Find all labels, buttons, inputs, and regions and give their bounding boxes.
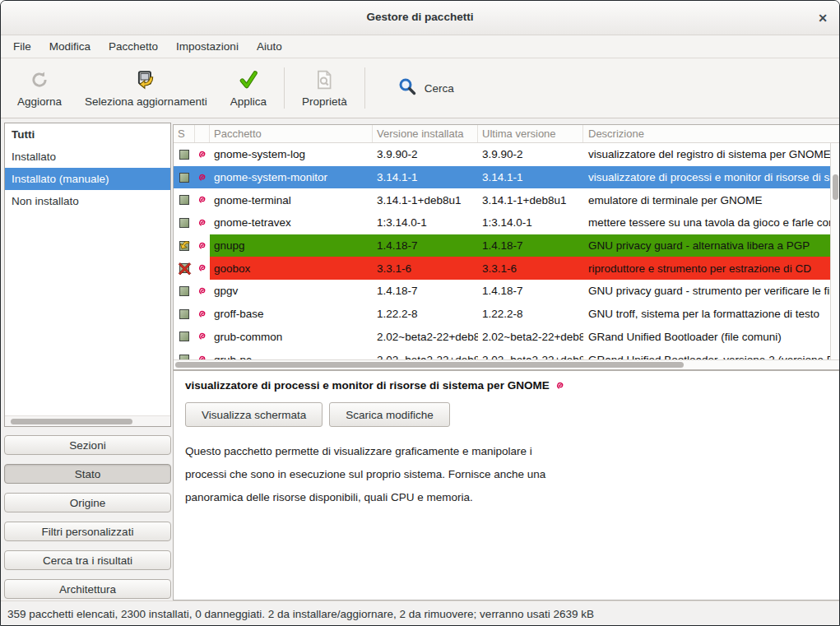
package-short-description: emulatore di terminale per GNOME [583, 188, 840, 211]
column-header-status[interactable]: S [174, 125, 195, 142]
package-short-description: visualizzatore del registro di sistema p… [583, 143, 840, 166]
installed-checkbox-icon [179, 332, 189, 341]
description-line: processi che sono in esecuzione sul prop… [185, 463, 829, 486]
latest-version: 1:3.14.0-1 [478, 211, 583, 234]
sidebar-button-architettura[interactable]: Architettura [4, 579, 171, 599]
get-screenshot-button[interactable]: Visualizza schermata [185, 402, 323, 427]
status-cell [174, 234, 195, 257]
package-short-description: visualizzatore di processi e monitor di … [583, 166, 840, 189]
menu-pacchetto[interactable]: Pacchetto [100, 35, 167, 58]
column-header-origin[interactable] [195, 125, 210, 142]
column-header-package[interactable]: Pacchetto [210, 125, 373, 142]
sidebar-button-stato[interactable]: Stato [4, 464, 171, 484]
installed-version: 1.22.2-8 [373, 303, 478, 326]
debian-swirl-icon [555, 380, 566, 392]
package-short-description: GNU privacy guard - strumento per verifi… [583, 280, 840, 303]
installed-checkbox-icon [179, 150, 189, 160]
package-short-description: GNU troff, sistema per la formattazione … [583, 303, 840, 326]
table-row[interactable]: gnome-system-log3.9.90-23.9.90-2visualiz… [174, 143, 840, 166]
table-row[interactable]: gnome-system-monitor3.14.1-13.14.1-1visu… [174, 166, 840, 189]
sidebar-button-origine[interactable]: Origine [4, 493, 171, 512]
filter-item[interactable]: Installato [5, 146, 170, 168]
table-row[interactable]: gpgv1.4.18-71.4.18-7GNU privacy guard - … [174, 280, 840, 303]
toolbar: Aggiorna Seleziona aggiornamenti Applica [1, 58, 839, 118]
package-name: gnome-terminal [210, 188, 373, 211]
close-button[interactable]: ✕ [814, 10, 831, 26]
latest-version: 1.22.2-8 [478, 303, 583, 326]
sidebar-button-filtri-personalizzati[interactable]: Filtri personalizzati [4, 522, 171, 541]
latest-version: 3.14.1-1 [478, 166, 583, 189]
status-cell [174, 211, 195, 234]
table-row[interactable]: groff-base1.22.2-81.22.2-8GNU troff, sis… [174, 303, 840, 326]
column-header-description[interactable]: Descrizione [583, 125, 840, 142]
installed-checkbox-icon [179, 218, 189, 228]
table-vertical-scrollbar[interactable] [830, 143, 840, 361]
package-table: S Pacchetto Versione installata Ultima v… [173, 124, 840, 370]
table-row[interactable]: gnome-tetravex1:3.14.0-11:3.14.0-1metter… [174, 211, 840, 234]
menu-aiuto[interactable]: Aiuto [248, 35, 291, 58]
installed-version: 2.02~beta2-22+deb8u1 [373, 348, 478, 360]
statusbar: 359 pacchetti elencati, 2300 installati,… [1, 600, 839, 626]
origin-cell [195, 280, 210, 303]
installed-version: 3.9.90-2 [373, 143, 478, 166]
latest-version: 1.4.18-7 [478, 280, 583, 303]
latest-version: 3.9.90-2 [478, 143, 583, 166]
table-horizontal-scrollbar[interactable] [174, 359, 840, 369]
apply-check-icon [238, 68, 259, 91]
debian-swirl-icon [197, 331, 208, 342]
table-row[interactable]: gnome-terminal3.14.1-1+deb8u13.14.1-1+de… [174, 188, 840, 211]
column-header-installed-version[interactable]: Versione installata [373, 125, 478, 142]
window-title: Gestore di pacchetti [1, 11, 839, 23]
status-cell [174, 143, 195, 166]
latest-version: 1.4.18-7 [478, 234, 583, 257]
remove-x-icon [178, 262, 192, 276]
package-name: goobox [210, 257, 373, 280]
table-row[interactable]: grub-common2.02~beta2-22+deb8u12.02~beta… [174, 326, 840, 349]
status-cell [174, 188, 195, 211]
debian-swirl-icon [197, 240, 208, 252]
package-short-description: GNU privacy guard - alternativa libera a… [583, 234, 840, 257]
search-button[interactable]: Cerca [397, 77, 454, 100]
filter-list: TuttiInstallatoInstallato (manuale)Non i… [4, 123, 171, 427]
scrollbar-thumb[interactable] [833, 174, 838, 200]
close-icon: ✕ [818, 12, 828, 25]
origin-cell [195, 234, 210, 257]
column-header-latest-version[interactable]: Ultima versione [478, 125, 583, 142]
table-row[interactable]: grub-pc2.02~beta2-22+deb8u12.02~beta2-22… [174, 348, 840, 360]
search-label: Cerca [425, 82, 454, 95]
filter-item[interactable]: Non installato [5, 190, 170, 212]
filter-item[interactable]: Installato (manuale) [5, 168, 170, 190]
package-details-pane: visualizzatore di processi e monitor di … [173, 370, 840, 600]
package-name: gnome-system-log [210, 143, 373, 166]
menubar: FileModificaPacchettoImpostazioniAiuto [1, 35, 839, 58]
sidebar-horizontal-scrollbar[interactable] [5, 415, 170, 426]
package-name: gpgv [210, 280, 373, 303]
menu-file[interactable]: File [4, 35, 40, 58]
package-description: Questo pacchetto permette di visualizzar… [185, 440, 829, 509]
package-short-description: GRand Unified Bootloader, versione 2 (ve… [583, 348, 840, 360]
table-row[interactable]: goobox3.3.1-63.3.1-6riproduttore e strum… [174, 257, 840, 280]
refresh-button[interactable]: Aggiorna [6, 61, 73, 115]
refresh-label: Aggiorna [17, 95, 62, 108]
installed-version: 3.14.1-1 [373, 166, 478, 189]
menu-modifica[interactable]: Modifica [40, 35, 100, 58]
sidebar-button-cerca-tra-i-risultati[interactable]: Cerca tra i risultati [4, 550, 171, 570]
get-changelog-button[interactable]: Scarica modifiche [329, 402, 450, 427]
status-text: 359 pacchetti elencati, 2300 installati,… [7, 608, 594, 620]
origin-cell [195, 303, 210, 326]
filter-item[interactable]: Tutti [5, 123, 170, 146]
installed-checkbox-icon [179, 286, 189, 296]
description-line: Questo pacchetto permette di visualizzar… [185, 440, 829, 463]
scrollbar-thumb[interactable] [11, 419, 132, 424]
mark-upgrades-button[interactable]: Seleziona aggiornamenti [73, 61, 219, 115]
package-name: groff-base [210, 303, 373, 326]
sidebar-button-sezioni[interactable]: Sezioni [4, 435, 171, 455]
scrollbar-thumb[interactable] [175, 362, 684, 368]
properties-button[interactable]: Proprietà [290, 61, 359, 115]
origin-cell [195, 143, 210, 166]
apply-button[interactable]: Applica [219, 61, 278, 115]
debian-swirl-icon [197, 262, 208, 274]
properties-icon [313, 68, 335, 91]
menu-impostazioni[interactable]: Impostazioni [167, 35, 248, 58]
table-row[interactable]: gnupg1.4.18-71.4.18-7GNU privacy guard -… [174, 234, 840, 257]
